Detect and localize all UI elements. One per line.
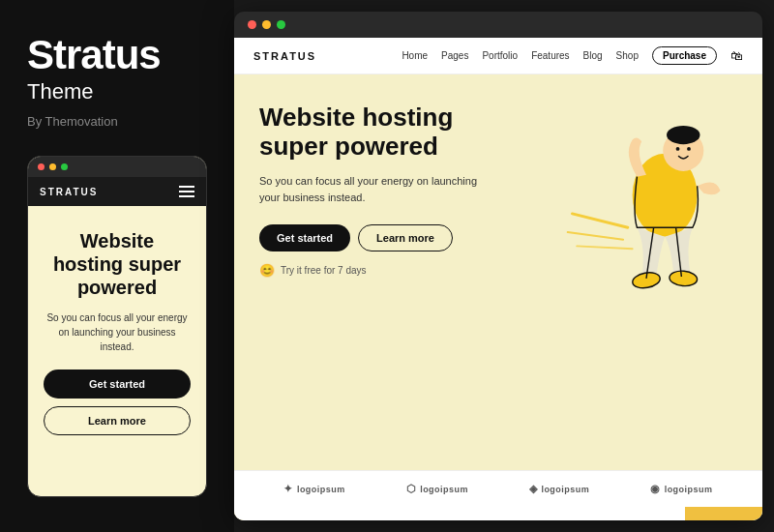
logo-text-3: logoipsum: [541, 485, 589, 494]
hero-illustration: [550, 84, 743, 297]
mobile-hamburger-icon[interactable]: [179, 186, 194, 197]
trial-emoji: 😊: [259, 263, 275, 278]
svg-point-5: [667, 126, 700, 144]
nav-link-features[interactable]: Features: [531, 50, 569, 61]
hero-buttons: Get started Learn more: [259, 224, 491, 251]
browser-dot-green: [277, 20, 285, 29]
mobile-browser-bar: [28, 157, 206, 177]
desktop-get-started-button[interactable]: Get started: [259, 224, 350, 251]
cart-icon[interactable]: 🛍: [730, 48, 743, 63]
mobile-content: Website hosting super powered So you can…: [28, 206, 206, 451]
browser-chrome: [234, 12, 762, 38]
logos-section: ✦ logoipsum ⬡ logoipsum ◈ logoipsum ◉ lo…: [234, 470, 762, 507]
svg-line-0: [572, 214, 627, 227]
hero-subtext: So you can focus all your energy on laun…: [259, 173, 491, 207]
nav-link-pages[interactable]: Pages: [441, 50, 468, 61]
browser-dot-red: [248, 20, 256, 29]
logo-text-1: logoipsum: [297, 485, 345, 494]
desktop-nav-links: Home Pages Portfolio Features Blog Shop …: [402, 46, 743, 65]
mobile-subtext: So you can focus all your energy on laun…: [44, 310, 191, 354]
desktop-nav: STRATUS Home Pages Portfolio Features Bl…: [234, 38, 762, 74]
mobile-learn-more-button[interactable]: Learn more: [44, 406, 191, 435]
brand-by: By Themovation: [27, 114, 207, 129]
mobile-heading: Website hosting super powered: [44, 229, 191, 299]
mobile-get-started-button[interactable]: Get started: [44, 369, 191, 399]
mobile-dot-green: [61, 163, 68, 170]
hero-heading: Website hosting super powered: [259, 103, 491, 162]
logo-text-4: logoipsum: [665, 485, 713, 494]
hero-section: Website hosting super powered So you can…: [234, 74, 762, 470]
logo-icon-1: ✦: [283, 483, 293, 495]
svg-point-6: [676, 147, 680, 151]
logo-icon-4: ◉: [650, 483, 661, 495]
hero-text: Website hosting super powered So you can…: [259, 103, 491, 278]
logo-item-1: ✦ logoipsum: [283, 483, 345, 495]
logo-icon-2: ⬡: [406, 483, 417, 495]
desktop-browser: STRATUS Home Pages Portfolio Features Bl…: [234, 12, 762, 520]
nav-link-blog[interactable]: Blog: [583, 50, 603, 61]
brand-subtitle: Theme: [27, 79, 207, 104]
bottom-bar-right: [685, 507, 762, 520]
logo-icon-3: ◈: [529, 483, 538, 495]
mobile-dot-yellow: [49, 163, 56, 170]
desktop-learn-more-button[interactable]: Learn more: [358, 224, 453, 251]
logo-item-4: ◉ logoipsum: [650, 483, 713, 495]
logo-item-3: ◈ logoipsum: [529, 483, 590, 495]
nav-link-shop[interactable]: Shop: [616, 50, 639, 61]
mobile-mockup: STRATUS Website hosting super powered So…: [27, 156, 207, 497]
purchase-button[interactable]: Purchase: [652, 46, 717, 65]
trial-label: Try it free for 7 days: [281, 265, 367, 276]
brand-title: Stratus: [27, 35, 207, 75]
left-panel: Stratus Theme By Themovation STRATUS Web…: [0, 0, 234, 532]
desktop-nav-logo: STRATUS: [253, 50, 316, 62]
logo-text-2: logoipsum: [420, 485, 468, 494]
svg-line-1: [568, 232, 623, 240]
logo-item-2: ⬡ logoipsum: [406, 483, 469, 495]
svg-line-2: [577, 246, 632, 249]
browser-content: STRATUS Home Pages Portfolio Features Bl…: [234, 38, 762, 520]
mobile-nav-logo: STRATUS: [40, 187, 98, 197]
bottom-bar-left: [234, 507, 685, 520]
bottom-bar: [234, 507, 762, 520]
mobile-dot-red: [38, 163, 45, 170]
trial-text: 😊 Try it free for 7 days: [259, 263, 491, 278]
mobile-nav: STRATUS: [28, 177, 206, 206]
svg-point-7: [687, 147, 691, 151]
nav-link-portfolio[interactable]: Portfolio: [482, 50, 518, 61]
nav-link-home[interactable]: Home: [402, 50, 428, 61]
browser-dot-yellow: [262, 20, 271, 29]
